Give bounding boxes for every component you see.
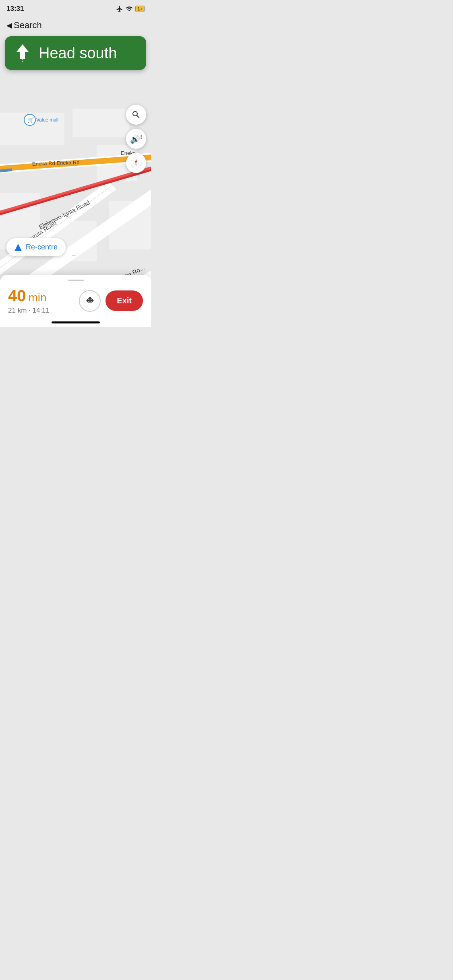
home-indicator	[52, 321, 100, 323]
panel-info: 40 min 21 km · 14:11	[8, 287, 50, 315]
svg-rect-2	[72, 109, 129, 137]
exit-label: Exit	[117, 296, 132, 305]
direction-text: Head south	[39, 45, 117, 62]
panel-details: 21 km · 14:11	[8, 307, 50, 315]
panel-content: 40 min 21 km · 14:11 Exit	[8, 287, 143, 315]
exit-button[interactable]: Exit	[105, 290, 143, 311]
svg-text:🛒: 🛒	[27, 117, 34, 124]
search-icon	[131, 110, 141, 119]
bottom-panel: 40 min 21 km · 14:11 Exit	[0, 275, 151, 327]
compass-button[interactable]	[126, 153, 146, 173]
compass-icon	[130, 157, 142, 169]
panel-actions: Exit	[79, 290, 143, 312]
recentre-button[interactable]: Re-centre	[6, 238, 66, 256]
panel-distance: 21 km	[8, 307, 27, 314]
panel-time-number: 40	[8, 287, 26, 305]
svg-text:Value mall: Value mall	[36, 117, 58, 123]
back-search-button[interactable]: ◀ Search	[0, 18, 48, 33]
map-buttons: 🔊!	[126, 105, 146, 173]
search-map-button[interactable]	[126, 105, 146, 125]
recentre-arrow-icon	[14, 244, 22, 251]
panel-handle	[68, 280, 84, 281]
svg-marker-27	[16, 44, 29, 59]
back-search-label: Search	[14, 20, 42, 31]
svg-line-14	[0, 170, 12, 171]
battery-icon: 1+	[135, 6, 145, 12]
wifi-icon	[126, 5, 133, 12]
direction-arrow-icon	[14, 43, 31, 63]
airplane-icon	[116, 5, 123, 12]
routes-icon	[85, 296, 95, 306]
back-arrow-icon: ◀	[6, 21, 12, 30]
panel-time: 40 min	[8, 287, 50, 305]
sound-icon: 🔊!	[130, 134, 142, 144]
up-arrow-icon	[14, 43, 31, 63]
recentre-label: Re-centre	[26, 243, 58, 251]
status-bar: 13:31 1+	[0, 0, 151, 18]
routes-button[interactable]	[79, 290, 101, 312]
sound-button[interactable]: 🔊!	[126, 129, 146, 149]
status-time: 13:31	[6, 5, 24, 13]
panel-time-unit: min	[29, 291, 47, 304]
status-icons: 1+	[116, 5, 145, 12]
panel-eta: 14:11	[32, 307, 50, 314]
svg-text:→: →	[70, 252, 77, 259]
direction-banner: Head south	[5, 36, 146, 70]
